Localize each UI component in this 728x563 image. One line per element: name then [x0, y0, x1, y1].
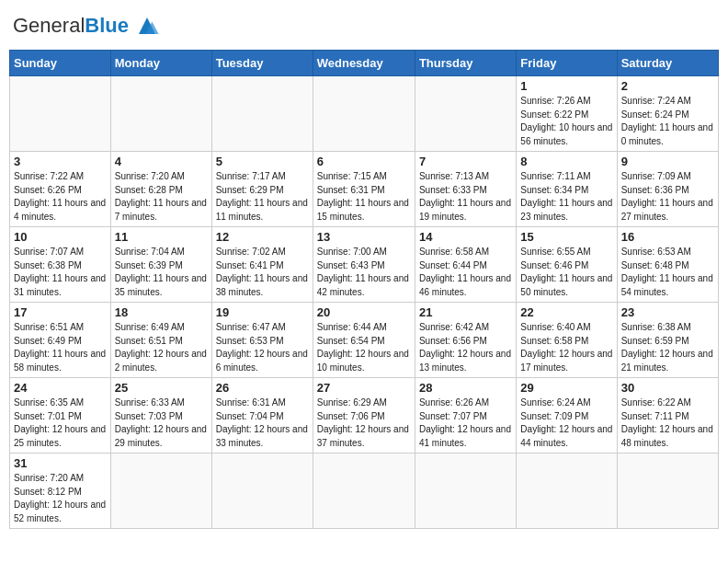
day-number: 20 [317, 305, 411, 319]
calendar-cell: 5Sunrise: 7:17 AM Sunset: 6:29 PM Daylig… [211, 152, 313, 227]
day-number: 25 [115, 381, 208, 395]
calendar-cell [617, 454, 718, 529]
calendar-cell: 31Sunrise: 7:20 AM Sunset: 8:12 PM Dayli… [10, 454, 111, 529]
day-info: Sunrise: 6:31 AM Sunset: 7:04 PM Dayligh… [216, 396, 309, 450]
day-number: 31 [14, 456, 107, 470]
header: GeneralBlue [9, 9, 719, 42]
calendar-cell: 14Sunrise: 6:58 AM Sunset: 6:44 PM Dayli… [415, 227, 516, 303]
calendar-week-2: 3Sunrise: 7:22 AM Sunset: 6:26 PM Daylig… [10, 152, 719, 227]
logo-text: General [13, 14, 85, 37]
calendar-cell: 6Sunrise: 7:15 AM Sunset: 6:31 PM Daylig… [313, 152, 415, 227]
calendar-cell: 18Sunrise: 6:49 AM Sunset: 6:51 PM Dayli… [110, 303, 211, 378]
day-info: Sunrise: 7:17 AM Sunset: 6:29 PM Dayligh… [216, 170, 309, 224]
day-number: 7 [419, 155, 512, 168]
day-info: Sunrise: 6:42 AM Sunset: 6:56 PM Dayligh… [419, 321, 512, 374]
day-info: Sunrise: 7:04 AM Sunset: 6:39 PM Dayligh… [115, 246, 208, 299]
day-number: 26 [216, 381, 309, 395]
calendar-cell: 15Sunrise: 6:55 AM Sunset: 6:46 PM Dayli… [517, 227, 617, 303]
calendar-cell: 9Sunrise: 7:09 AM Sunset: 6:36 PM Daylig… [617, 152, 718, 227]
weekday-header-monday: Monday [110, 51, 211, 76]
day-number: 28 [419, 381, 512, 395]
calendar-cell: 7Sunrise: 7:13 AM Sunset: 6:33 PM Daylig… [415, 152, 516, 227]
day-number: 14 [419, 230, 512, 244]
calendar-cell [10, 76, 111, 152]
day-number: 22 [520, 305, 612, 319]
day-info: Sunrise: 6:51 AM Sunset: 6:49 PM Dayligh… [14, 321, 107, 374]
day-info: Sunrise: 7:09 AM Sunset: 6:36 PM Dayligh… [621, 170, 714, 224]
calendar-cell: 4Sunrise: 7:20 AM Sunset: 6:28 PM Daylig… [110, 152, 211, 227]
day-info: Sunrise: 7:15 AM Sunset: 6:31 PM Dayligh… [317, 170, 411, 224]
calendar-cell: 27Sunrise: 6:29 AM Sunset: 7:06 PM Dayli… [313, 378, 415, 454]
calendar-cell: 29Sunrise: 6:24 AM Sunset: 7:09 PM Dayli… [517, 378, 617, 454]
day-info: Sunrise: 7:24 AM Sunset: 6:24 PM Dayligh… [621, 95, 714, 148]
calendar-cell: 28Sunrise: 6:26 AM Sunset: 7:07 PM Dayli… [415, 378, 516, 454]
day-number: 16 [621, 230, 714, 244]
calendar-cell: 1Sunrise: 7:26 AM Sunset: 6:22 PM Daylig… [517, 76, 617, 152]
day-number: 8 [520, 155, 612, 168]
calendar-cell: 11Sunrise: 7:04 AM Sunset: 6:39 PM Dayli… [110, 227, 211, 303]
day-number: 1 [520, 79, 612, 93]
day-info: Sunrise: 7:07 AM Sunset: 6:38 PM Dayligh… [14, 246, 107, 299]
calendar-cell [313, 454, 415, 529]
day-info: Sunrise: 6:33 AM Sunset: 7:03 PM Dayligh… [115, 396, 208, 450]
calendar-table: SundayMondayTuesdayWednesdayThursdayFrid… [9, 50, 719, 529]
day-info: Sunrise: 6:38 AM Sunset: 6:59 PM Dayligh… [621, 321, 714, 374]
calendar-cell: 24Sunrise: 6:35 AM Sunset: 7:01 PM Dayli… [10, 378, 111, 454]
day-number: 10 [14, 230, 107, 244]
calendar-cell [110, 76, 211, 152]
calendar-cell [415, 76, 516, 152]
logo: GeneralBlue [13, 9, 164, 42]
day-info: Sunrise: 7:00 AM Sunset: 6:43 PM Dayligh… [317, 246, 411, 299]
day-number: 4 [115, 155, 208, 168]
calendar-cell: 16Sunrise: 6:53 AM Sunset: 6:48 PM Dayli… [617, 227, 718, 303]
calendar-cell: 25Sunrise: 6:33 AM Sunset: 7:03 PM Dayli… [110, 378, 211, 454]
day-number: 18 [115, 305, 208, 319]
day-info: Sunrise: 7:20 AM Sunset: 8:12 PM Dayligh… [14, 472, 107, 525]
weekday-header-friday: Friday [517, 51, 617, 76]
day-info: Sunrise: 6:44 AM Sunset: 6:54 PM Dayligh… [317, 321, 411, 374]
calendar-cell: 19Sunrise: 6:47 AM Sunset: 6:53 PM Dayli… [211, 303, 313, 378]
calendar-cell [110, 454, 211, 529]
calendar-week-4: 17Sunrise: 6:51 AM Sunset: 6:49 PM Dayli… [10, 303, 719, 378]
day-info: Sunrise: 7:11 AM Sunset: 6:34 PM Dayligh… [520, 170, 612, 224]
day-number: 24 [14, 381, 107, 395]
logo-blue-text: Blue [85, 14, 129, 37]
day-number: 12 [216, 230, 309, 244]
calendar-cell: 10Sunrise: 7:07 AM Sunset: 6:38 PM Dayli… [10, 227, 111, 303]
day-number: 6 [317, 155, 411, 168]
day-info: Sunrise: 6:53 AM Sunset: 6:48 PM Dayligh… [621, 246, 714, 299]
calendar-cell: 3Sunrise: 7:22 AM Sunset: 6:26 PM Daylig… [10, 152, 111, 227]
day-number: 5 [216, 155, 309, 168]
day-info: Sunrise: 6:35 AM Sunset: 7:01 PM Dayligh… [14, 396, 107, 450]
calendar-cell: 23Sunrise: 6:38 AM Sunset: 6:59 PM Dayli… [617, 303, 718, 378]
calendar-cell [517, 454, 617, 529]
day-number: 2 [621, 79, 714, 93]
calendar-cell: 13Sunrise: 7:00 AM Sunset: 6:43 PM Dayli… [313, 227, 415, 303]
weekday-header-saturday: Saturday [617, 51, 718, 76]
day-info: Sunrise: 6:24 AM Sunset: 7:09 PM Dayligh… [520, 396, 612, 450]
day-info: Sunrise: 7:20 AM Sunset: 6:28 PM Dayligh… [115, 170, 208, 224]
calendar-cell: 8Sunrise: 7:11 AM Sunset: 6:34 PM Daylig… [517, 152, 617, 227]
calendar-cell: 12Sunrise: 7:02 AM Sunset: 6:41 PM Dayli… [211, 227, 313, 303]
day-info: Sunrise: 6:40 AM Sunset: 6:58 PM Dayligh… [520, 321, 612, 374]
calendar-cell: 20Sunrise: 6:44 AM Sunset: 6:54 PM Dayli… [313, 303, 415, 378]
calendar-header-row: SundayMondayTuesdayWednesdayThursdayFrid… [10, 51, 719, 76]
day-info: Sunrise: 7:22 AM Sunset: 6:26 PM Dayligh… [14, 170, 107, 224]
day-number: 19 [216, 305, 309, 319]
calendar-cell [415, 454, 516, 529]
day-info: Sunrise: 7:02 AM Sunset: 6:41 PM Dayligh… [216, 246, 309, 299]
day-info: Sunrise: 7:13 AM Sunset: 6:33 PM Dayligh… [419, 170, 512, 224]
day-info: Sunrise: 6:49 AM Sunset: 6:51 PM Dayligh… [115, 321, 208, 374]
day-info: Sunrise: 6:47 AM Sunset: 6:53 PM Dayligh… [216, 321, 309, 374]
day-number: 27 [317, 381, 411, 395]
weekday-header-thursday: Thursday [415, 51, 516, 76]
calendar-cell [211, 454, 313, 529]
weekday-header-sunday: Sunday [10, 51, 111, 76]
calendar-cell: 17Sunrise: 6:51 AM Sunset: 6:49 PM Dayli… [10, 303, 111, 378]
weekday-header-wednesday: Wednesday [313, 51, 415, 76]
calendar-cell [313, 76, 415, 152]
day-number: 23 [621, 305, 714, 319]
day-number: 29 [520, 381, 612, 395]
calendar-week-3: 10Sunrise: 7:07 AM Sunset: 6:38 PM Dayli… [10, 227, 719, 303]
day-info: Sunrise: 6:58 AM Sunset: 6:44 PM Dayligh… [419, 246, 512, 299]
